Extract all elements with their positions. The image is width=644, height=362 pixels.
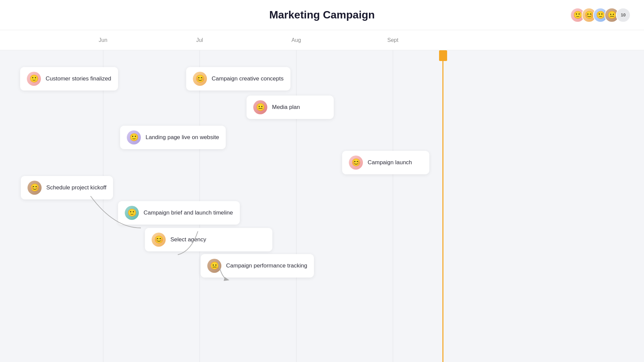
- month-headers: Jun Jul Aug Sept: [0, 30, 644, 50]
- task-title-campaign-creative: Campaign creative concepts: [212, 75, 284, 82]
- task-campaign-creative[interactable]: 😊 Campaign creative concepts: [186, 67, 290, 90]
- task-media-plan[interactable]: 😐 Media plan: [247, 96, 334, 119]
- task-title-campaign-launch: Campaign launch: [368, 159, 412, 166]
- today-marker-top: [439, 50, 447, 61]
- divider-sept: [393, 50, 393, 362]
- timeline-area: Jun Jul Aug Sept 🙂 Customer stories fina…: [0, 30, 644, 362]
- task-campaign-brief[interactable]: 🙂 Campaign brief and launch timeline: [118, 201, 240, 225]
- page-title: Marketing Campaign: [269, 9, 375, 21]
- avatars-group: 🙂 😊 🙂 😐 10: [570, 8, 631, 22]
- task-select-agency[interactable]: 😊 Select agency: [145, 228, 272, 251]
- avatar-campaign-tracking: 😐: [207, 259, 221, 273]
- task-title-media-plan: Media plan: [272, 104, 300, 111]
- avatar-campaign-launch: 😊: [349, 156, 363, 170]
- avatar-media-plan: 😐: [253, 100, 267, 114]
- task-title-select-agency: Select agency: [170, 236, 206, 243]
- divider-jun: [103, 50, 103, 362]
- avatar-customer-stories: 🙂: [27, 72, 41, 86]
- avatar-select-agency: 😊: [152, 233, 166, 247]
- task-title-customer-stories: Customer stories finalized: [46, 75, 111, 82]
- month-aug: Aug: [291, 37, 301, 43]
- task-customer-stories[interactable]: 🙂 Customer stories finalized: [20, 67, 118, 90]
- task-schedule-kickoff[interactable]: 😊 Schedule project kickoff: [21, 176, 113, 199]
- task-landing-page[interactable]: 🙂 Landing page live on website: [120, 126, 226, 149]
- task-campaign-launch[interactable]: 😊 Campaign launch: [342, 151, 429, 174]
- task-title-campaign-tracking: Campaign performance tracking: [226, 262, 307, 269]
- month-jul: Jul: [196, 37, 203, 43]
- task-title-schedule-kickoff: Schedule project kickoff: [46, 184, 106, 191]
- today-marker: [442, 50, 443, 362]
- task-title-campaign-brief: Campaign brief and launch timeline: [144, 209, 233, 216]
- month-sept: Sept: [387, 37, 398, 43]
- task-campaign-tracking[interactable]: 😐 Campaign performance tracking: [201, 254, 314, 278]
- task-title-landing-page: Landing page live on website: [146, 134, 219, 141]
- avatar-landing-page: 🙂: [127, 130, 141, 144]
- header: Marketing Campaign 🙂 😊 🙂 😐 10: [0, 0, 644, 30]
- avatar-count[interactable]: 10: [616, 8, 631, 22]
- avatar-campaign-creative: 😊: [193, 72, 207, 86]
- avatar-campaign-brief: 🙂: [125, 206, 139, 220]
- month-jun: Jun: [99, 37, 107, 43]
- avatar-schedule-kickoff: 😊: [28, 181, 42, 195]
